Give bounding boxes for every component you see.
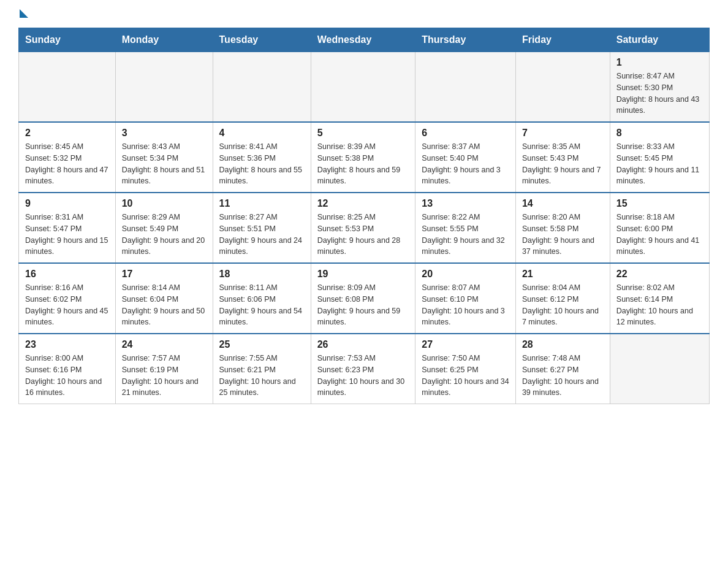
day-number: 16: [25, 269, 109, 280]
calendar-week-row: 2Sunrise: 8:45 AM Sunset: 5:32 PM Daylig…: [19, 122, 710, 193]
day-info: Sunrise: 8:33 AM Sunset: 5:45 PM Dayligh…: [616, 141, 703, 187]
day-number: 4: [219, 128, 305, 139]
weekday-header-row: SundayMondayTuesdayWednesdayThursdayFrid…: [19, 28, 710, 52]
calendar-cell: 3Sunrise: 8:43 AM Sunset: 5:34 PM Daylig…: [115, 122, 213, 193]
day-number: 22: [616, 269, 703, 280]
page-header: [18, 12, 710, 15]
day-info: Sunrise: 8:04 AM Sunset: 6:12 PM Dayligh…: [522, 282, 604, 328]
calendar-cell: 19Sunrise: 8:09 AM Sunset: 6:08 PM Dayli…: [311, 263, 415, 334]
day-number: 20: [422, 269, 509, 280]
day-number: 2: [25, 128, 109, 139]
day-number: 15: [616, 198, 703, 209]
calendar-cell: 17Sunrise: 8:14 AM Sunset: 6:04 PM Dayli…: [115, 263, 213, 334]
day-info: Sunrise: 7:53 AM Sunset: 6:23 PM Dayligh…: [317, 353, 409, 399]
day-info: Sunrise: 8:37 AM Sunset: 5:40 PM Dayligh…: [422, 141, 509, 187]
day-number: 19: [317, 269, 409, 280]
calendar-cell: 10Sunrise: 8:29 AM Sunset: 5:49 PM Dayli…: [115, 193, 213, 263]
day-number: 12: [317, 198, 409, 209]
day-number: 8: [616, 128, 703, 139]
weekday-header-thursday: Thursday: [415, 28, 516, 52]
day-number: 7: [522, 128, 604, 139]
calendar-cell: [19, 52, 116, 123]
calendar-cell: 27Sunrise: 7:50 AM Sunset: 6:25 PM Dayli…: [415, 334, 516, 404]
calendar-week-row: 23Sunrise: 8:00 AM Sunset: 6:16 PM Dayli…: [19, 334, 710, 404]
calendar-week-row: 16Sunrise: 8:16 AM Sunset: 6:02 PM Dayli…: [19, 263, 710, 334]
day-info: Sunrise: 8:09 AM Sunset: 6:08 PM Dayligh…: [317, 282, 409, 328]
calendar-cell: 15Sunrise: 8:18 AM Sunset: 6:00 PM Dayli…: [610, 193, 709, 263]
calendar-cell: 8Sunrise: 8:33 AM Sunset: 5:45 PM Daylig…: [610, 122, 709, 193]
weekday-header-saturday: Saturday: [610, 28, 709, 52]
day-info: Sunrise: 8:20 AM Sunset: 5:58 PM Dayligh…: [522, 212, 604, 258]
calendar-cell: 11Sunrise: 8:27 AM Sunset: 5:51 PM Dayli…: [213, 193, 311, 263]
calendar-cell: 7Sunrise: 8:35 AM Sunset: 5:43 PM Daylig…: [515, 122, 610, 193]
weekday-header-tuesday: Tuesday: [213, 28, 311, 52]
day-info: Sunrise: 8:41 AM Sunset: 5:36 PM Dayligh…: [219, 141, 305, 187]
calendar-cell: 20Sunrise: 8:07 AM Sunset: 6:10 PM Dayli…: [415, 263, 516, 334]
weekday-header-sunday: Sunday: [19, 28, 116, 52]
day-number: 5: [317, 128, 409, 139]
day-info: Sunrise: 8:43 AM Sunset: 5:34 PM Dayligh…: [122, 141, 207, 187]
weekday-header-monday: Monday: [115, 28, 213, 52]
calendar-cell: [610, 334, 709, 404]
day-info: Sunrise: 8:47 AM Sunset: 5:30 PM Dayligh…: [616, 71, 703, 117]
day-number: 17: [122, 269, 207, 280]
calendar-cell: 24Sunrise: 7:57 AM Sunset: 6:19 PM Dayli…: [115, 334, 213, 404]
day-info: Sunrise: 8:35 AM Sunset: 5:43 PM Dayligh…: [522, 141, 604, 187]
day-number: 1: [616, 57, 703, 68]
day-info: Sunrise: 7:57 AM Sunset: 6:19 PM Dayligh…: [122, 353, 207, 399]
calendar-cell: 25Sunrise: 7:55 AM Sunset: 6:21 PM Dayli…: [213, 334, 311, 404]
calendar-cell: 18Sunrise: 8:11 AM Sunset: 6:06 PM Dayli…: [213, 263, 311, 334]
day-number: 10: [122, 198, 207, 209]
calendar-cell: 6Sunrise: 8:37 AM Sunset: 5:40 PM Daylig…: [415, 122, 516, 193]
day-number: 9: [25, 198, 109, 209]
calendar-week-row: 9Sunrise: 8:31 AM Sunset: 5:47 PM Daylig…: [19, 193, 710, 263]
calendar-cell: [213, 52, 311, 123]
calendar-cell: [515, 52, 610, 123]
calendar-cell: [311, 52, 415, 123]
day-number: 6: [422, 128, 509, 139]
calendar-cell: 12Sunrise: 8:25 AM Sunset: 5:53 PM Dayli…: [311, 193, 415, 263]
weekday-header-wednesday: Wednesday: [311, 28, 415, 52]
day-number: 28: [522, 339, 604, 350]
day-info: Sunrise: 8:07 AM Sunset: 6:10 PM Dayligh…: [422, 282, 509, 328]
day-number: 13: [422, 198, 509, 209]
day-info: Sunrise: 8:39 AM Sunset: 5:38 PM Dayligh…: [317, 141, 409, 187]
day-info: Sunrise: 8:31 AM Sunset: 5:47 PM Dayligh…: [25, 212, 109, 258]
calendar-cell: 22Sunrise: 8:02 AM Sunset: 6:14 PM Dayli…: [610, 263, 709, 334]
calendar-week-row: 1Sunrise: 8:47 AM Sunset: 5:30 PM Daylig…: [19, 52, 710, 123]
day-number: 21: [522, 269, 604, 280]
day-info: Sunrise: 8:22 AM Sunset: 5:55 PM Dayligh…: [422, 212, 509, 258]
calendar-cell: 16Sunrise: 8:16 AM Sunset: 6:02 PM Dayli…: [19, 263, 116, 334]
calendar-cell: 23Sunrise: 8:00 AM Sunset: 6:16 PM Dayli…: [19, 334, 116, 404]
calendar-cell: 9Sunrise: 8:31 AM Sunset: 5:47 PM Daylig…: [19, 193, 116, 263]
day-info: Sunrise: 8:11 AM Sunset: 6:06 PM Dayligh…: [219, 282, 305, 328]
logo-arrow-icon: [20, 9, 28, 18]
day-info: Sunrise: 7:50 AM Sunset: 6:25 PM Dayligh…: [422, 353, 509, 399]
calendar-table: SundayMondayTuesdayWednesdayThursdayFrid…: [18, 28, 710, 404]
calendar-cell: 28Sunrise: 7:48 AM Sunset: 6:27 PM Dayli…: [515, 334, 610, 404]
calendar-cell: [115, 52, 213, 123]
day-info: Sunrise: 8:29 AM Sunset: 5:49 PM Dayligh…: [122, 212, 207, 258]
calendar-cell: 21Sunrise: 8:04 AM Sunset: 6:12 PM Dayli…: [515, 263, 610, 334]
calendar-cell: 2Sunrise: 8:45 AM Sunset: 5:32 PM Daylig…: [19, 122, 116, 193]
day-number: 3: [122, 128, 207, 139]
day-info: Sunrise: 8:14 AM Sunset: 6:04 PM Dayligh…: [122, 282, 207, 328]
calendar-cell: 14Sunrise: 8:20 AM Sunset: 5:58 PM Dayli…: [515, 193, 610, 263]
day-number: 25: [219, 339, 305, 350]
day-number: 23: [25, 339, 109, 350]
day-info: Sunrise: 8:27 AM Sunset: 5:51 PM Dayligh…: [219, 212, 305, 258]
day-info: Sunrise: 7:48 AM Sunset: 6:27 PM Dayligh…: [522, 353, 604, 399]
day-number: 18: [219, 269, 305, 280]
day-number: 27: [422, 339, 509, 350]
day-info: Sunrise: 7:55 AM Sunset: 6:21 PM Dayligh…: [219, 353, 305, 399]
calendar-cell: 1Sunrise: 8:47 AM Sunset: 5:30 PM Daylig…: [610, 52, 709, 123]
day-info: Sunrise: 8:25 AM Sunset: 5:53 PM Dayligh…: [317, 212, 409, 258]
day-number: 24: [122, 339, 207, 350]
logo: [18, 12, 28, 15]
day-info: Sunrise: 8:16 AM Sunset: 6:02 PM Dayligh…: [25, 282, 109, 328]
weekday-header-friday: Friday: [515, 28, 610, 52]
calendar-cell: 5Sunrise: 8:39 AM Sunset: 5:38 PM Daylig…: [311, 122, 415, 193]
day-number: 26: [317, 339, 409, 350]
day-info: Sunrise: 8:02 AM Sunset: 6:14 PM Dayligh…: [616, 282, 703, 328]
calendar-cell: 26Sunrise: 7:53 AM Sunset: 6:23 PM Dayli…: [311, 334, 415, 404]
